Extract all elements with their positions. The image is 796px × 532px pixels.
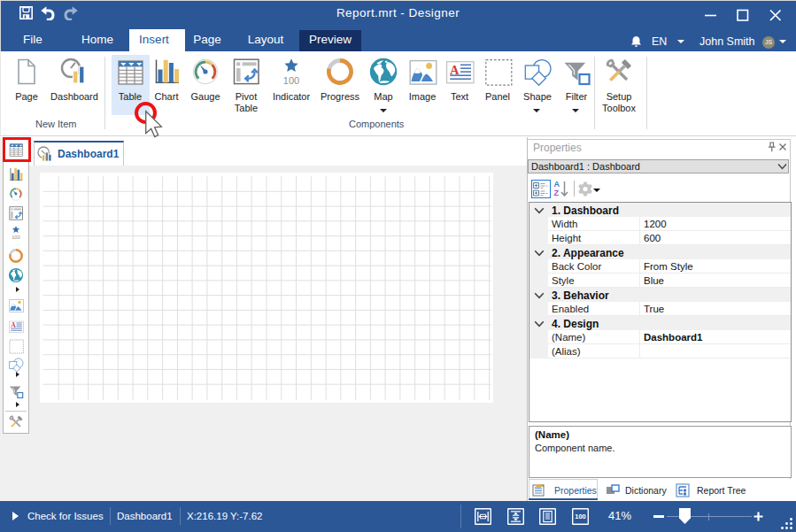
svg-text:100: 100 (12, 235, 20, 240)
svg-text:A: A (450, 63, 460, 77)
svg-text:100: 100 (283, 75, 299, 86)
svg-text:100: 100 (575, 513, 586, 520)
